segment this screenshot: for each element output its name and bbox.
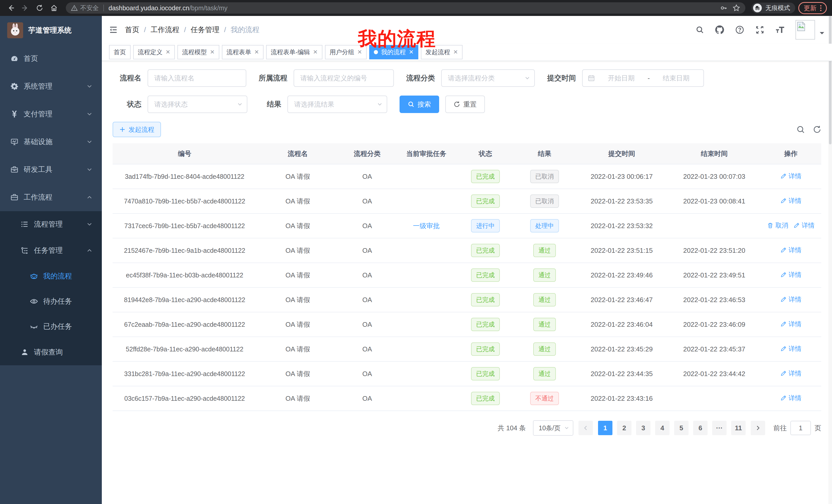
sidebar-item-task-mgmt[interactable]: 任务管理	[0, 237, 102, 263]
sidebar-item-done-tasks[interactable]: 已办任务	[0, 314, 102, 339]
status-select[interactable]: 请选择状态	[148, 95, 247, 113]
detail-link[interactable]: 详情	[780, 295, 801, 304]
sidebar-item-home[interactable]: 首页	[0, 45, 102, 73]
cell-category: OA	[339, 238, 395, 263]
detail-link[interactable]: 详情	[780, 197, 801, 205]
page-ellipsis[interactable]: ···	[712, 421, 727, 435]
font-size-icon[interactable]	[775, 25, 785, 34]
sidebar-item-todo-tasks[interactable]: 待办任务	[0, 289, 102, 314]
end-date-placeholder[interactable]: 结束日期	[654, 74, 698, 83]
cell-task: 一级审批	[395, 214, 457, 238]
tab-首页[interactable]: 首页	[109, 45, 131, 59]
page-button-4[interactable]: 4	[655, 421, 670, 435]
cell-id: 819442e8-7b9a-11ec-a290-acde48001122	[113, 287, 257, 312]
tab-流程表单[interactable]: 流程表单✕	[222, 45, 263, 59]
page-button-3[interactable]: 3	[636, 421, 650, 435]
address-bar[interactable]: 不安全 dashboard.yudao.iocoder.cn/bpm/task/…	[66, 2, 745, 13]
detail-link[interactable]: 详情	[780, 172, 801, 180]
sidebar-item-system[interactable]: 系统管理	[0, 73, 102, 100]
result-select[interactable]: 请选择流结果	[287, 95, 387, 113]
url-text[interactable]: dashboard.yudao.iocoder.cn/bpm/task/my	[108, 4, 715, 12]
create-process-button[interactable]: 发起流程	[113, 122, 161, 137]
edit-icon	[780, 297, 786, 303]
close-tab-icon[interactable]: ✕	[165, 49, 170, 55]
browser-menu-icon[interactable]	[820, 5, 822, 11]
close-tab-icon[interactable]: ✕	[210, 49, 214, 55]
github-icon[interactable]	[715, 25, 724, 34]
chevron-down-icon	[86, 166, 93, 173]
sidebar-item-my-process[interactable]: 我的流程	[0, 263, 102, 289]
status-badge: 不通过	[530, 392, 559, 405]
page-button-6[interactable]: 6	[693, 421, 707, 435]
bookmark-star-icon[interactable]	[732, 4, 740, 12]
collapse-sidebar-icon[interactable]	[109, 25, 118, 34]
search-button[interactable]: 搜索	[399, 95, 439, 113]
search-icon[interactable]	[696, 26, 704, 34]
tab-流程定义[interactable]: 流程定义✕	[133, 45, 175, 59]
update-button[interactable]: 更新	[798, 2, 827, 14]
tab-流程表单-编辑[interactable]: 流程表单-编辑✕	[266, 45, 322, 59]
avatar[interactable]	[796, 20, 815, 39]
next-page-button[interactable]	[751, 421, 765, 435]
table-row: 7317cec6-7b9b-11ec-b5b7-acde48001122OA 请…	[113, 214, 821, 238]
page-button-2[interactable]: 2	[617, 421, 631, 435]
page-size-select[interactable]: 10条/页	[533, 420, 573, 436]
parent-process-input[interactable]	[294, 69, 394, 87]
cell-id: ec45f38f-7b9a-11ec-b03b-acde48001122	[113, 263, 257, 287]
breadcrumb-item[interactable]: 首页	[125, 25, 139, 35]
key-icon[interactable]	[720, 4, 727, 11]
sidebar-item-workflow[interactable]: 工作流程	[0, 184, 102, 211]
incognito-icon	[753, 4, 762, 12]
reset-button[interactable]: 重置	[445, 95, 485, 113]
detail-link[interactable]: 详情	[780, 369, 801, 377]
page-button-5[interactable]: 5	[674, 421, 688, 435]
detail-link[interactable]: 详情	[780, 394, 801, 402]
cell-id: 331bc281-7b9a-11ec-a290-acde48001122	[113, 361, 257, 386]
page-button-1[interactable]: 1	[598, 421, 613, 435]
close-tab-icon[interactable]: ✕	[453, 49, 458, 55]
page-scrollbar[interactable]	[828, 16, 832, 504]
close-tab-icon[interactable]: ✕	[313, 49, 317, 55]
refresh-icon[interactable]	[813, 125, 821, 134]
process-name-input[interactable]	[148, 69, 246, 87]
toggle-search-icon[interactable]	[797, 125, 805, 134]
detail-link[interactable]: 详情	[780, 246, 801, 254]
detail-link[interactable]: 详情	[780, 320, 801, 328]
sidebar-item-devtools[interactable]: 研发工具	[0, 156, 102, 184]
back-icon[interactable]	[5, 2, 17, 13]
category-select[interactable]: 请选择流程分类	[441, 69, 535, 87]
task-link[interactable]: 一级审批	[413, 222, 440, 230]
sidebar-item-payment[interactable]: 支付管理	[0, 100, 102, 128]
chevron-down-icon	[86, 139, 93, 145]
cell-name: OA 请假	[257, 287, 339, 312]
cancel-link[interactable]: 取消	[767, 221, 788, 230]
fullscreen-icon[interactable]	[755, 25, 764, 34]
cell-actions: 详情	[760, 263, 821, 287]
goto-page-input[interactable]	[790, 421, 811, 435]
avatar-caret-icon[interactable]	[819, 32, 825, 35]
sidebar-item-process-mgmt[interactable]: 流程管理	[0, 211, 102, 237]
tab-流程模型[interactable]: 流程模型✕	[177, 45, 219, 59]
detail-link[interactable]: 详情	[794, 221, 814, 230]
breadcrumb-item[interactable]: 任务管理	[191, 25, 219, 35]
close-tab-icon[interactable]: ✕	[254, 49, 259, 55]
detail-link[interactable]: 详情	[780, 344, 801, 353]
forward-icon[interactable]	[20, 2, 31, 13]
prev-page-button[interactable]	[578, 421, 593, 435]
security-warning[interactable]: 不安全	[71, 4, 99, 12]
detail-link[interactable]: 详情	[780, 271, 801, 279]
breadcrumb-item[interactable]: 工作流程	[151, 25, 179, 35]
sidebar-item-infra[interactable]: 基础设施	[0, 128, 102, 156]
cell-result: 通过	[514, 238, 575, 263]
start-date-placeholder[interactable]: 开始日期	[599, 74, 644, 83]
help-icon[interactable]	[735, 25, 744, 34]
home-icon[interactable]	[48, 2, 60, 13]
sidebar-item-label: 首页	[24, 54, 102, 63]
reload-icon[interactable]	[34, 2, 45, 13]
sidebar-item-leave-query[interactable]: 请假查询	[0, 339, 102, 365]
edit-icon	[780, 272, 786, 278]
page-button-11[interactable]: 11	[731, 421, 746, 435]
date-range-picker[interactable]: 开始日期 - 结束日期	[582, 69, 704, 87]
status-badge: 通过	[533, 293, 556, 306]
status-badge: 已完成	[471, 244, 500, 257]
